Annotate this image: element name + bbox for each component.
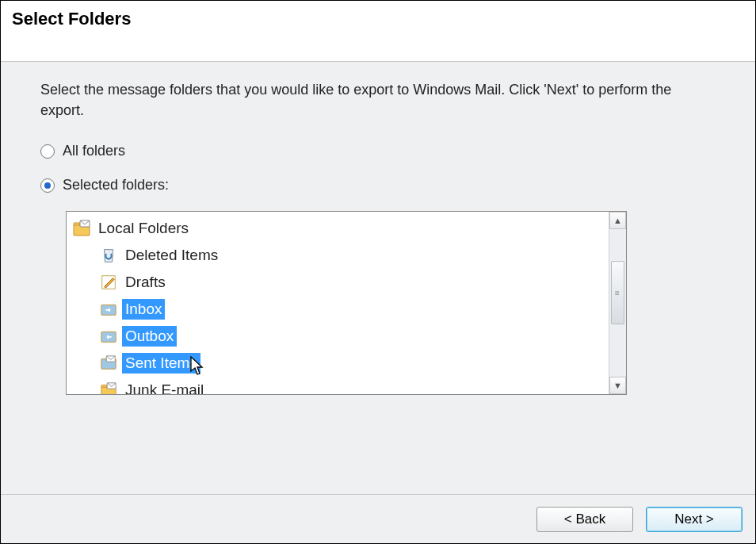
radio-all-folders-label: All folders (63, 143, 125, 159)
scroll-thumb[interactable]: ≡ (611, 261, 624, 324)
radio-all-folders-control[interactable] (40, 144, 55, 159)
tree-item-label: Junk E-mail (122, 380, 207, 394)
scroll-track[interactable]: ≡ (609, 229, 626, 377)
tree-root-label: Local Folders (95, 218, 192, 239)
tree-item-label: Sent Items (122, 353, 200, 374)
page-title: Select Folders (12, 9, 744, 29)
radio-selected-folders[interactable]: Selected folders: (40, 177, 716, 193)
instruction-text: Select the message folders that you woul… (40, 79, 690, 121)
folder-tree-panel: Local Folders Deleted Items (66, 211, 627, 395)
recycle-bin-icon (98, 245, 119, 266)
back-button[interactable]: < Back (536, 507, 633, 532)
tree-item-label: Inbox (122, 299, 165, 320)
scroll-up-button[interactable]: ▲ (609, 212, 626, 229)
scroll-down-button[interactable]: ▼ (609, 377, 626, 394)
folder-arrow-icon (98, 299, 119, 320)
wizard-footer: < Back Next > (1, 494, 755, 543)
radio-selected-folders-control[interactable] (40, 178, 55, 193)
export-wizard-window: Select Folders Select the message folder… (0, 0, 756, 544)
next-button[interactable]: Next > (646, 507, 743, 532)
tree-item-label: Drafts (122, 272, 169, 293)
tree-item-outbox[interactable]: Outbox (71, 323, 609, 350)
tree-item-sent[interactable]: Sent Items (71, 350, 609, 377)
back-button-label: < Back (564, 511, 605, 527)
folder-mail-icon (98, 380, 119, 394)
tree-root[interactable]: Local Folders (71, 215, 609, 242)
tree-item-deleted[interactable]: Deleted Items (71, 242, 609, 269)
tree-item-label: Deleted Items (122, 245, 221, 266)
tree-item-label: Outbox (122, 326, 177, 347)
tree-item-junk[interactable]: Junk E-mail (71, 377, 609, 394)
drafts-icon (98, 272, 119, 293)
next-button-label: Next > (674, 511, 714, 527)
wizard-body: Select the message folders that you woul… (1, 62, 755, 494)
tree-item-inbox[interactable]: Inbox (71, 296, 609, 323)
radio-selected-folders-label: Selected folders: (63, 177, 169, 193)
folder-mail-icon (71, 218, 92, 239)
folder-tree[interactable]: Local Folders Deleted Items (67, 212, 609, 394)
folder-mail-icon (98, 353, 119, 374)
tree-item-drafts[interactable]: Drafts (71, 269, 609, 296)
radio-all-folders[interactable]: All folders (40, 143, 716, 159)
folder-arrow-icon (98, 326, 119, 347)
wizard-header: Select Folders (1, 1, 755, 62)
vertical-scrollbar[interactable]: ▲ ≡ ▼ (609, 212, 626, 394)
